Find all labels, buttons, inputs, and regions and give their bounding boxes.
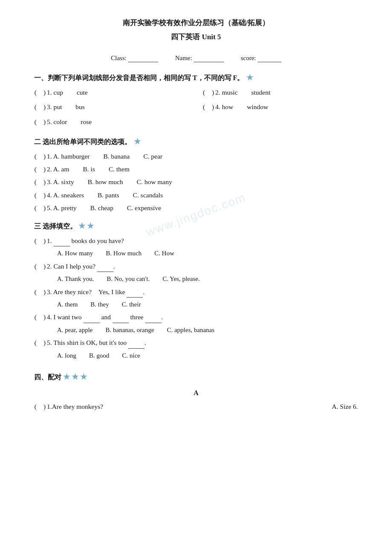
- s4-q1: ( ) 1.Are they monkeys? A. Size 6.: [34, 401, 358, 412]
- s1-q3: ( ) 3. put bus: [34, 101, 190, 113]
- info-row: Class: Name: score:: [34, 53, 358, 64]
- s3-q1: ( ) 1. books do you have? A. How many B.…: [34, 235, 358, 259]
- section3-title: 三 选择填空。 ★ ★: [34, 220, 358, 233]
- s3-q2: ( ) 2. Can I help you? . A. Thank you. B…: [34, 261, 358, 285]
- name-label: Name:: [175, 53, 192, 64]
- name-info: Name:: [175, 53, 224, 64]
- s1-q4: ( ) 4. how window: [202, 101, 358, 113]
- star-icon-4b: ★: [72, 370, 78, 384]
- section4-col-a-label: A: [34, 387, 358, 399]
- section1-title: 一、判断下列单词划线部分发音是否相同，相同的写 T，不同的写 F。 ★: [34, 71, 358, 84]
- score-info: score:: [241, 53, 281, 64]
- class-field[interactable]: [128, 55, 158, 62]
- section4-block: 四、配对 ★ ★ ★ A ( ) 1.Are they monkeys? A. …: [34, 370, 358, 412]
- s2-q2: ( ) 2. A. am B. is C. them: [34, 164, 358, 175]
- page-subtitle: 四下英语 Unit 5: [34, 31, 358, 43]
- s3-q5: ( ) 5. This shirt is OK, but it's too . …: [34, 337, 358, 361]
- s2-q1: ( ) 1. A. hamburger B. banana C. pear: [34, 151, 358, 162]
- section2-block: 二 选出所给单词不同类的选项。 ★ ( ) 1. A. hamburger B.…: [34, 135, 358, 214]
- class-label: Class:: [111, 53, 127, 64]
- s2-q3: ( ) 3. A. sixty B. how much C. how many: [34, 176, 358, 188]
- score-label: score:: [241, 53, 256, 64]
- section4-title: 四、配对 ★ ★ ★: [34, 370, 358, 384]
- s2-q5: ( ) 5. A. pretty B. cheap C. expensive: [34, 202, 358, 214]
- star-icon-3b: ★: [87, 220, 94, 233]
- class-info: Class:: [111, 53, 158, 64]
- s3-q3: ( ) 3. Are they nice? Yes, I like . A. t…: [34, 286, 358, 310]
- star-icon-3a: ★: [78, 220, 85, 233]
- score-field[interactable]: [258, 55, 281, 62]
- section2-title: 二 选出所给单词不同类的选项。 ★: [34, 135, 358, 148]
- section3-block: 三 选择填空。 ★ ★ ( ) 1. books do you have? A.…: [34, 220, 358, 361]
- star-icon-4c: ★: [80, 370, 87, 384]
- s1-q1: ( ) 1. cup cute: [34, 87, 190, 98]
- star-icon-1: ★: [246, 71, 253, 84]
- star-icon-4a: ★: [63, 370, 70, 384]
- s2-q4: ( ) 4. A. sneakers B. pants C. scandals: [34, 190, 358, 201]
- section2-questions: ( ) 1. A. hamburger B. banana C. pear ( …: [34, 151, 358, 214]
- name-field[interactable]: [194, 55, 224, 62]
- page-title: 南开实验学校有效作业分层练习（基础/拓展）: [34, 17, 358, 29]
- s1-q5: ( ) 5. color rose: [34, 116, 358, 127]
- star-icon-2: ★: [134, 135, 141, 148]
- and-text: and: [101, 313, 111, 321]
- s3-q4: ( ) 4. I want two and three . A. pear, a…: [34, 312, 358, 335]
- s1-q2: ( ) 2. music student: [202, 87, 358, 98]
- section1-questions: ( ) 1. cup cute ( ) 2. music student ( )…: [34, 87, 358, 127]
